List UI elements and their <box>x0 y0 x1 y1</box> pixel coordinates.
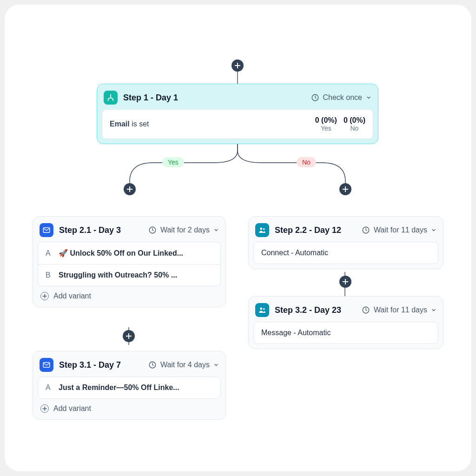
chevron-down-icon <box>366 95 371 100</box>
step-3-1-card[interactable]: Step 3.1 - Day 7 Wait for 4 days A Just … <box>33 351 226 420</box>
step-2-1-card[interactable]: Step 2.1 - Day 3 Wait for 2 days A 🚀 Unl… <box>33 216 226 307</box>
people-icon <box>255 223 269 237</box>
chevron-down-icon <box>431 307 436 313</box>
workflow-canvas: Yes No Step 1 - Day 1 Check once Email i… <box>5 5 471 471</box>
svg-point-11 <box>260 308 262 310</box>
branch-pill-no: No <box>297 157 316 167</box>
email-icon <box>40 358 53 372</box>
condition-stats: 0 (0%)Yes 0 (0%)No <box>315 116 365 132</box>
step-3-2-body[interactable]: Message - Automatic <box>253 322 438 344</box>
clock-icon <box>362 226 370 234</box>
svg-point-9 <box>263 228 265 230</box>
step-2-1-title: Step 2.1 - Day 3 <box>59 225 121 235</box>
step-2-2-body[interactable]: Connect - Automatic <box>253 242 438 264</box>
clock-icon <box>311 93 319 102</box>
step-1-card[interactable]: Step 1 - Day 1 Check once Email is set 0… <box>97 84 378 144</box>
plus-circle-icon <box>40 292 49 300</box>
variant-b[interactable]: B Struggling with Outreach? 50% ... <box>38 264 221 286</box>
step-2-2-card[interactable]: Step 2.2 - Day 12 Wait for 11 days Conne… <box>248 216 443 269</box>
variant-a[interactable]: A Just a Reminder—50% Off Linke... <box>38 377 221 399</box>
step-1-condition[interactable]: Email is set 0 (0%)Yes 0 (0%)No <box>102 109 373 139</box>
chevron-down-icon <box>213 362 219 368</box>
step-3-2-title: Step 3.2 - Day 23 <box>275 305 341 315</box>
step-1-check-dropdown[interactable]: Check once <box>311 93 372 102</box>
step-3-1-title: Step 3.1 - Day 7 <box>59 360 121 370</box>
add-step-top[interactable] <box>231 60 244 72</box>
branch-icon <box>104 91 118 105</box>
chevron-down-icon <box>213 227 219 233</box>
step-3-1-wait-dropdown[interactable]: Wait for 4 days <box>148 361 219 369</box>
step-3-2-card[interactable]: Step 3.2 - Day 23 Wait for 11 days Messa… <box>248 296 443 349</box>
add-variant-button[interactable]: Add variant <box>38 399 221 415</box>
clock-icon <box>148 226 157 234</box>
add-step-yes-branch[interactable] <box>124 183 136 195</box>
condition-text: Email is set <box>110 120 149 128</box>
add-variant-button[interactable]: Add variant <box>38 286 221 302</box>
step-1-check-label: Check once <box>323 93 363 102</box>
chevron-down-icon <box>431 227 436 233</box>
step-2-2-wait-dropdown[interactable]: Wait for 11 days <box>362 226 436 234</box>
svg-point-8 <box>260 228 262 230</box>
email-icon <box>40 223 53 237</box>
clock-icon <box>148 361 157 369</box>
clock-icon <box>362 306 370 314</box>
add-step-no-branch[interactable] <box>339 183 351 195</box>
step-2-2-title: Step 2.2 - Day 12 <box>275 225 341 235</box>
add-step-after-2-1[interactable] <box>123 330 135 342</box>
people-icon <box>255 303 269 317</box>
step-1-title: Step 1 - Day 1 <box>123 93 178 103</box>
variant-a[interactable]: A 🚀 Unlock 50% Off on Our Linked... <box>38 242 221 264</box>
branch-pill-yes: Yes <box>162 157 184 167</box>
step-3-2-wait-dropdown[interactable]: Wait for 11 days <box>362 306 436 314</box>
step-2-1-wait-dropdown[interactable]: Wait for 2 days <box>148 226 219 234</box>
svg-point-12 <box>263 308 265 310</box>
plus-circle-icon <box>40 404 49 413</box>
add-step-after-2-2[interactable] <box>339 276 351 288</box>
